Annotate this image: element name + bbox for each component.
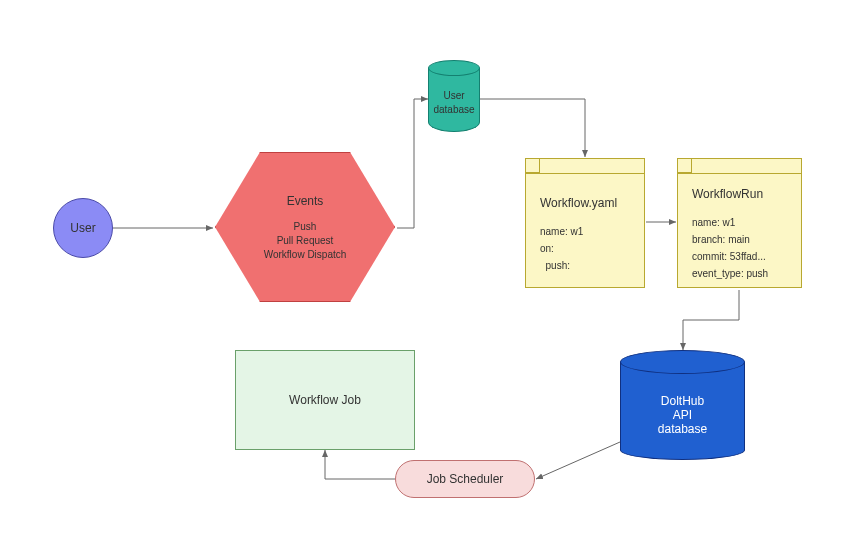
api-db-label: DoltHub xyxy=(661,394,704,408)
workflow-run-line: branch: main xyxy=(692,234,750,245)
card-fold-icon xyxy=(526,173,644,174)
card-corner-icon xyxy=(678,159,692,173)
workflow-run-line: name: w1 xyxy=(692,217,735,228)
workflow-run-node: WorkflowRun name: w1 branch: main commit… xyxy=(677,158,802,288)
user-database-node: User database xyxy=(428,60,480,132)
events-item: Push xyxy=(294,221,317,232)
workflow-run-title: WorkflowRun xyxy=(692,187,763,201)
card-fold-icon xyxy=(678,173,801,174)
user-db-label: database xyxy=(433,104,474,115)
workflow-run-line: commit: 53ffad... xyxy=(692,251,766,262)
workflow-run-line: event_type: push xyxy=(692,268,768,279)
workflow-yaml-line: push: xyxy=(540,260,570,271)
events-item: Workflow Dispatch xyxy=(264,249,347,260)
api-db-label: API xyxy=(673,408,692,422)
workflow-job-node: Workflow Job xyxy=(235,350,415,450)
workflow-yaml-line: on: xyxy=(540,243,554,254)
job-scheduler-node: Job Scheduler xyxy=(395,460,535,498)
job-scheduler-label: Job Scheduler xyxy=(427,472,504,486)
api-db-label: database xyxy=(658,422,707,436)
api-database-node: DoltHub API database xyxy=(620,350,745,460)
events-item: Pull Request xyxy=(277,235,334,246)
workflow-yaml-line: name: w1 xyxy=(540,226,583,237)
events-node: Events Push Pull Request Workflow Dispat… xyxy=(215,152,395,302)
user-node: User xyxy=(53,198,113,258)
workflow-yaml-node: Workflow.yaml name: w1 on: push: xyxy=(525,158,645,288)
events-title: Events xyxy=(287,194,324,208)
user-db-label: User xyxy=(443,90,464,101)
workflow-yaml-title: Workflow.yaml xyxy=(540,196,617,210)
workflow-job-label: Workflow Job xyxy=(289,393,361,407)
card-corner-icon xyxy=(526,159,540,173)
user-label: User xyxy=(70,221,95,235)
